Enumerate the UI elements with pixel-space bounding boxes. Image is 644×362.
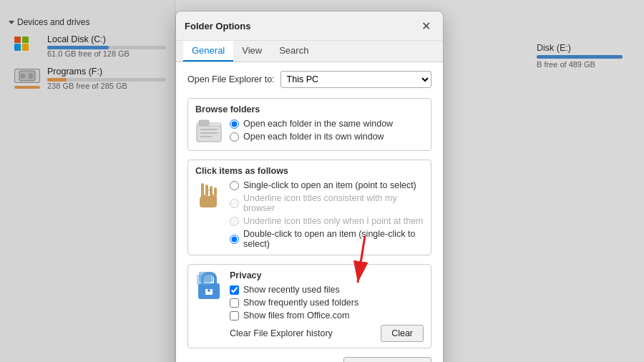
radio-double-click-label: Double-click to open an item (single-cli… (243, 229, 424, 249)
open-explorer-label: Open File Explorer to: (187, 74, 275, 84)
radio-underline-browser: Underline icon titles consistent with my… (230, 193, 424, 213)
browse-folders-radio-group: Open each folder in the same window Open… (230, 119, 424, 142)
tab-search[interactable]: Search (270, 41, 317, 62)
checkbox-office-files[interactable]: Show files from Office.com (230, 310, 424, 321)
checkbox-recent-files-label: Show recently used files (243, 285, 340, 295)
radio-single-click-label: Single-click to open an item (point to s… (243, 180, 416, 190)
restore-row: Restore Defaults (187, 357, 431, 362)
open-explorer-row: Open File Explorer to: This PC Quick acc… (187, 71, 431, 88)
radio-single-click[interactable]: Single-click to open an item (point to s… (230, 180, 424, 190)
open-explorer-select[interactable]: This PC Quick access (280, 71, 431, 88)
svg-rect-12 (210, 186, 213, 196)
privacy-section: Privacy Show recently used files Show fr… (187, 264, 431, 348)
privacy-section-inner: Privacy Show recently used files Show fr… (195, 270, 424, 342)
checkbox-frequent-folders[interactable]: Show frequently used folders (230, 298, 424, 308)
checkbox-frequent-folders-input[interactable] (230, 298, 239, 308)
clear-history-row: Clear File Explorer history Clear (230, 325, 424, 342)
radio-double-click[interactable]: Double-click to open an item (single-cli… (230, 229, 424, 249)
radio-underline-point-input (230, 217, 239, 226)
browse-folders-icon (195, 119, 223, 145)
folder-options-dialog: Folder Options ✕ General View Search Ope… (175, 11, 444, 362)
click-items-section: Click items as follows Single-click to (187, 160, 431, 255)
svg-rect-19 (199, 272, 213, 282)
browse-folders-inner: Open each folder in the same window Open… (195, 119, 424, 145)
radio-underline-browser-input (230, 199, 239, 208)
privacy-content: Privacy Show recently used files Show fr… (230, 270, 424, 342)
tab-view[interactable]: View (233, 41, 270, 62)
radio-single-click-input[interactable] (230, 181, 239, 190)
checkbox-frequent-folders-label: Show frequently used folders (243, 298, 358, 308)
svg-rect-10 (201, 183, 204, 196)
radio-double-click-input[interactable] (230, 235, 239, 244)
click-items-inner: Single-click to open an item (point to s… (195, 180, 424, 249)
radio-underline-point-label: Underline icon titles only when I point … (243, 216, 424, 226)
radio-own-window[interactable]: Open each folder in its own window (230, 132, 424, 142)
radio-same-window-input[interactable] (230, 119, 239, 129)
dialog-body: Open File Explorer to: This PC Quick acc… (176, 62, 443, 362)
close-button[interactable]: ✕ (417, 17, 434, 34)
radio-own-window-input[interactable] (230, 132, 239, 142)
privacy-icon (195, 270, 223, 300)
click-items-options: Single-click to open an item (point to s… (230, 180, 424, 249)
dialog-titlebar: Folder Options ✕ (176, 11, 443, 41)
svg-rect-11 (205, 185, 208, 196)
svg-rect-7 (200, 129, 218, 130)
radio-same-window[interactable]: Open each folder in the same window (230, 119, 424, 129)
checkbox-recent-files[interactable]: Show recently used files (230, 285, 424, 295)
click-items-header: Click items as follows (195, 166, 424, 176)
svg-point-17 (208, 289, 210, 292)
click-items-icon (195, 180, 223, 210)
svg-rect-9 (200, 136, 212, 137)
checkbox-office-files-input[interactable] (230, 311, 239, 321)
svg-rect-13 (214, 187, 217, 196)
clear-history-label: Clear File Explorer history (230, 328, 333, 338)
tab-general[interactable]: General (183, 41, 233, 62)
privacy-header: Privacy (230, 270, 424, 280)
browse-folders-section: Browse folders Open each folder in the (187, 98, 431, 151)
svg-rect-6 (199, 120, 209, 126)
radio-same-window-label: Open each folder in the same window (243, 119, 393, 129)
click-items-radio-group: Single-click to open an item (point to s… (230, 180, 424, 249)
checkbox-office-files-label: Show files from Office.com (243, 310, 349, 321)
clear-button[interactable]: Clear (381, 325, 424, 342)
checkbox-recent-files-input[interactable] (230, 285, 239, 295)
radio-own-window-label: Open each folder in its own window (243, 132, 384, 142)
radio-underline-point: Underline icon titles only when I point … (230, 216, 424, 226)
browse-folders-header: Browse folders (195, 104, 424, 114)
dialog-tabs: General View Search (176, 41, 443, 62)
radio-underline-browser-label: Underline icon titles consistent with my… (243, 193, 424, 213)
restore-defaults-button[interactable]: Restore Defaults (343, 357, 431, 362)
browse-folders-options: Open each folder in the same window Open… (230, 119, 424, 142)
svg-rect-8 (200, 132, 218, 134)
dialog-title: Folder Options (185, 21, 250, 31)
